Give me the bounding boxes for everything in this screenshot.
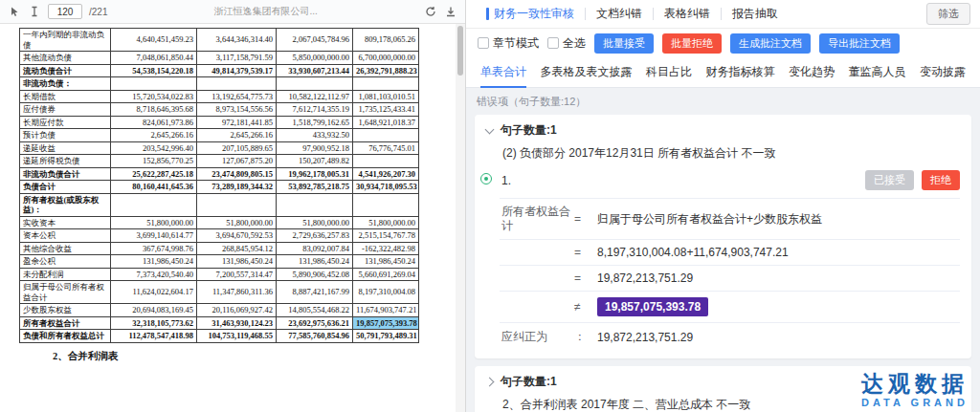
row-value: 433,932.50 [277,129,353,142]
tab-table-correction[interactable]: 表格纠错 [654,6,721,22]
row-value: 367,674,998.76 [111,242,197,255]
table-row: 负债合计80,160,441,645.3673,289,189,344.3253… [20,181,419,194]
row-label: 非流动负债合计 [20,167,111,181]
row-value: 23,474,809,805.15 [197,167,277,181]
subtab-single-table-total[interactable]: 单表合计 [480,57,526,88]
row-label: 负债和所有者权益总计 [20,330,111,343]
row-value [353,155,419,168]
tab-label: 文档纠错 [596,6,642,22]
tab-financial-consistency-review[interactable]: 财务一致性审核 [476,6,585,22]
row-value: 809,178,065.26 [353,29,419,52]
table-row: 其他流动负债7,048,061,850.443,117,158,791.595,… [20,52,419,65]
reject-button[interactable]: 拒绝 [922,170,960,190]
row-value: 8,887,421,167.99 [277,281,353,304]
refresh-icon[interactable] [424,5,437,18]
row-label: 递延收益 [20,141,111,155]
row-label: 盈余公积 [20,255,111,269]
row-value [111,77,197,91]
formula-operator: = [574,212,597,226]
filter-button[interactable]: 筛选 [926,3,970,25]
tab-report-extraction[interactable]: 报告抽取 [722,6,789,22]
row-value: 25,622,287,425.18 [111,167,197,181]
download-icon[interactable] [444,5,457,18]
subtabs-container: 单表合计多表格及表文披露科目占比财务指标核算变化趋势董监高人员变动披露 [466,57,980,88]
row-value: 19,962,178,005.31 [277,167,353,181]
actions-bar: 章节模式 全选 批量接受 批量拒绝 生成批注文档 导出批注文档 [466,29,980,57]
row-value: 3,644,346,314.40 [197,29,277,52]
generate-annotated-doc-button[interactable]: 生成批注文档 [730,33,811,54]
row-value: 51,800,000.00 [111,216,197,229]
batch-accept-button[interactable]: 批量接受 [594,33,654,54]
locate-icon[interactable] [480,173,492,184]
row-value: 49,814,379,539.17 [197,64,277,77]
scrollbar-thumb[interactable] [457,26,463,76]
row-value: 30,934,718,095.53 [353,181,419,194]
item-index: 1. [501,174,511,187]
formula-right-value: 19,857,075,393.78 [597,297,960,316]
row-value: 127,067,875.20 [197,155,277,168]
table-row: 长期借款15,720,534,022.8313,192,654,775.7310… [20,90,419,103]
subtab-account-ratio[interactable]: 科目占比 [646,57,692,88]
row-value [197,193,277,216]
tab-label: 财务一致性审核 [494,6,574,22]
row-value: 4,640,451,459.23 [111,29,197,52]
row-value: 972,181,441.85 [197,116,277,129]
pan-tool-icon[interactable] [8,5,21,18]
subtab-multi-table-disclosure[interactable]: 多表格及表文披露 [541,57,633,88]
row-label: 其他流动负债 [20,52,111,65]
row-value: 8,197,310,004.08 [353,281,419,304]
row-value: 8,718,646,395.68 [111,103,197,117]
viewer-toolbar: /221 浙江恒逸集团有限公司... [0,0,465,24]
table-row: 实收资本51,800,000.0051,800,000.0051,800,000… [20,216,419,229]
row-value: 14,805,554,468.22 [277,304,353,317]
row-value: 268,845,954.12 [197,242,277,255]
row-value: 54,538,154,220.18 [111,64,197,77]
page-total-label: /221 [89,7,107,17]
chevron-down-icon[interactable] [485,124,495,134]
select-all-checkbox[interactable]: 全选 [547,35,586,52]
error-card-header[interactable]: 句子数量:1 [486,122,960,139]
error-card-header[interactable]: 句子数量:1 [486,374,960,390]
page-number-input[interactable] [48,4,82,19]
formula-right-value: 归属于母公司所有者权益合计+少数股东权益 [597,211,960,228]
chapter-mode-checkbox[interactable]: 章节模式 [478,35,539,52]
review-panel: 财务一致性审核文档纠错表格纠错报告抽取 筛选 章节模式 全选 批量接受 批量拒绝… [466,0,980,412]
table-row: 流动负债合计54,538,154,220.1849,814,379,539.17… [20,64,419,77]
row-label: 流动负债合计 [20,64,111,77]
document-page: 一年内到期的非流动负债4,640,451,459.233,644,346,314… [0,24,456,412]
row-value: 131,986,450.24 [353,255,419,269]
export-annotated-doc-button[interactable]: 导出批注文档 [819,33,900,54]
row-value: 2,645,266.16 [111,129,197,142]
table-row: 递延所得税负债152,856,770.25127,067,875.20150,2… [20,155,419,168]
row-value: 80,160,441,645.36 [111,181,197,194]
row-value: 4,541,926,207.30 [353,167,419,181]
item-actions: 已接受 拒绝 [865,170,960,190]
chevron-right-icon[interactable] [485,378,495,387]
formula-right-value: 8,197,310,004.08+11,674,903,747.21 [597,246,960,259]
row-value [353,129,419,142]
document-scrollbar[interactable] [456,24,465,412]
subtab-executives[interactable]: 董监高人员 [849,57,906,88]
error-title: (2) 负债部分 2017年12月31日 所有者权益合计 不一致 [502,145,960,162]
subtab-trend-change[interactable]: 变化趋势 [789,57,835,88]
table-row: 一年内到期的非流动负债4,640,451,459.233,644,346,314… [20,29,419,52]
row-label: 应付债券 [20,103,111,117]
doc-table-body: 一年内到期的非流动负债4,640,451,459.233,644,346,314… [20,29,419,343]
row-value: -162,322,482.98 [353,242,419,255]
sentence-count: 句子数量:1 [501,122,557,139]
subtab-financial-indicator-check[interactable]: 财务指标核算 [706,57,775,88]
row-label: 归属于母公司所有者权益合计 [20,281,111,304]
subtab-change-disclosure[interactable]: 变动披露 [920,57,966,88]
error-list-header: 错误项（句子数量:12） [477,95,971,109]
row-value: 20,116,069,927.42 [197,304,277,317]
chapter-mode-label: 章节模式 [493,35,539,52]
accepted-button[interactable]: 已接受 [865,170,914,190]
highlighted-cell[interactable]: 19,857,075,393.78 [353,316,419,330]
row-value [353,193,419,216]
row-value [353,77,419,91]
row-label: 一年内到期的非流动负债 [20,29,111,52]
batch-reject-button[interactable]: 批量拒绝 [662,33,722,54]
table-row: 其他综合收益367,674,998.76268,845,954.1283,092… [20,242,419,255]
tab-document-correction[interactable]: 文档纠错 [586,6,653,22]
text-select-tool-icon[interactable] [28,5,41,18]
